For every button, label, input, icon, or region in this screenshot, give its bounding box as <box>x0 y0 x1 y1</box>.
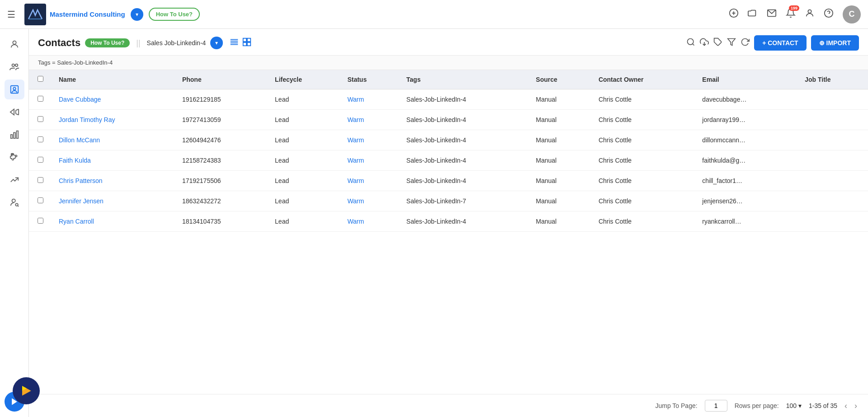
row-name: Dillon McCann <box>52 130 175 150</box>
contact-link-5[interactable]: Jennifer Jensen <box>59 197 104 205</box>
row-checkbox-4[interactable] <box>38 177 43 183</box>
row-checkbox-2[interactable] <box>38 136 43 142</box>
jump-label: Jump To Page: <box>655 402 697 409</box>
menu-icon[interactable]: ☰ <box>7 9 15 20</box>
filter-tag-row: Tags = Sales-Job-LinkedIn-4 <box>29 56 868 70</box>
row-status: Warm <box>340 191 399 211</box>
row-tags: Sales-Job-LinkedIn-4 <box>399 150 529 171</box>
row-phone: 18632432272 <box>175 191 268 211</box>
row-source: Manual <box>528 191 591 211</box>
row-checkbox-cell <box>29 130 52 150</box>
row-phone: 17192175506 <box>175 171 268 191</box>
howto-badge[interactable]: How To Use? <box>85 38 130 47</box>
sidebar-item-contacts[interactable] <box>5 34 24 54</box>
row-owner: Chris Cottle <box>591 110 695 130</box>
svg-point-5 <box>808 10 811 13</box>
svg-point-22 <box>15 203 18 206</box>
svg-line-15 <box>15 109 18 111</box>
svg-rect-20 <box>16 131 18 139</box>
row-name: Jennifer Jensen <box>52 191 175 211</box>
contact-link-3[interactable]: Faith Kulda <box>59 157 91 164</box>
row-status: Warm <box>340 130 399 150</box>
row-tags: Sales-Job-LinkedIn-4 <box>399 130 529 150</box>
row-status: Warm <box>340 110 399 130</box>
svg-line-23 <box>18 206 19 206</box>
help-icon[interactable] <box>824 8 834 20</box>
col-contact-owner: Contact Owner <box>591 70 695 89</box>
row-lifecycle: Lead <box>268 130 340 150</box>
next-page-btn[interactable]: › <box>854 401 857 411</box>
folder-icon[interactable] <box>748 8 758 20</box>
message-icon[interactable] <box>767 8 777 20</box>
row-job-title <box>797 130 868 150</box>
status-badge-3[interactable]: Warm <box>347 157 364 164</box>
view-toggle <box>229 37 252 49</box>
status-badge-1[interactable]: Warm <box>347 116 364 123</box>
brand-logo: Mastermind Consulting <box>24 4 125 25</box>
sidebar-item-contacts-detail[interactable] <box>5 80 24 99</box>
row-status: Warm <box>340 150 399 171</box>
sidebar-item-campaigns[interactable] <box>5 102 24 122</box>
status-badge-0[interactable]: Warm <box>347 96 364 103</box>
add-icon[interactable] <box>729 8 739 20</box>
status-badge-4[interactable]: Warm <box>347 177 364 184</box>
brand-dropdown[interactable]: ▾ <box>131 8 143 21</box>
row-tags: Sales-Job-LinkedIn-4 <box>399 89 529 110</box>
select-all-checkbox[interactable] <box>38 76 43 82</box>
sidebar-item-person-search[interactable] <box>5 192 24 212</box>
prev-page-btn[interactable]: ‹ <box>844 401 847 411</box>
filter-btn[interactable] <box>727 37 736 49</box>
filter-tag-text: Tags = Sales-Job-LinkedIn-4 <box>38 59 113 66</box>
row-checkbox-6[interactable] <box>38 218 43 224</box>
fab-button[interactable] <box>13 377 40 404</box>
svg-marker-37 <box>728 38 736 45</box>
row-checkbox-3[interactable] <box>38 157 43 163</box>
row-checkbox-cell <box>29 191 52 211</box>
row-phone: 12158724383 <box>175 150 268 171</box>
status-badge-2[interactable]: Warm <box>347 136 364 144</box>
grid-view-btn[interactable] <box>242 37 252 49</box>
contact-link-0[interactable]: Dave Cubbage <box>59 96 101 103</box>
sidebar-item-groups[interactable] <box>5 57 24 77</box>
contact-link-6[interactable]: Ryan Carroll <box>59 218 94 225</box>
row-checkbox-cell <box>29 110 52 130</box>
col-lifecycle: Lifecycle <box>268 70 340 89</box>
row-checkbox-cell <box>29 89 52 110</box>
list-view-btn[interactable] <box>229 37 239 49</box>
contact-link-1[interactable]: Jordan Timothy Ray <box>59 116 115 123</box>
howto-button[interactable]: How To Use? <box>149 8 200 21</box>
contact-link-2[interactable]: Dillon McCann <box>59 136 100 144</box>
download-btn[interactable] <box>700 37 709 49</box>
sidebar-item-analytics[interactable] <box>5 125 24 145</box>
svg-rect-32 <box>247 42 250 45</box>
row-name: Faith Kulda <box>52 150 175 171</box>
tag-btn[interactable] <box>713 37 722 49</box>
import-button[interactable]: ⊕ IMPORT <box>811 35 859 51</box>
search-btn[interactable] <box>686 37 695 49</box>
avatar[interactable]: C <box>843 5 861 23</box>
sidebar-item-chart[interactable] <box>5 170 24 190</box>
row-source: Manual <box>528 110 591 130</box>
add-contact-button[interactable]: + CONTACT <box>754 35 806 51</box>
row-email: chill_factor1… <box>695 171 797 191</box>
main-layout: Contacts How To Use? || Sales Job-Linked… <box>0 29 868 417</box>
svg-point-10 <box>15 64 18 67</box>
row-checkbox-0[interactable] <box>38 96 43 102</box>
status-badge-6[interactable]: Warm <box>347 218 364 225</box>
notification-icon[interactable]: 199 <box>786 8 796 20</box>
row-checkbox-5[interactable] <box>38 197 43 203</box>
sidebar-item-puzzle[interactable] <box>5 147 24 167</box>
refresh-btn[interactable] <box>741 37 750 49</box>
status-badge-5[interactable]: Warm <box>347 197 364 205</box>
row-checkbox-1[interactable] <box>38 116 43 122</box>
col-name: Name <box>52 70 175 89</box>
page-input[interactable] <box>705 400 727 412</box>
svg-line-16 <box>15 114 18 115</box>
row-email: jenjensen26… <box>695 191 797 211</box>
filter-dropdown-btn[interactable]: ▾ <box>210 37 223 49</box>
contacts-table: Name Phone Lifecycle Status Tags Source … <box>29 70 868 232</box>
contact-link-4[interactable]: Chris Patterson <box>59 177 102 184</box>
row-lifecycle: Lead <box>268 191 340 211</box>
rows-per-page-select[interactable]: 100 ▾ <box>786 402 802 409</box>
user-icon[interactable] <box>805 8 815 20</box>
